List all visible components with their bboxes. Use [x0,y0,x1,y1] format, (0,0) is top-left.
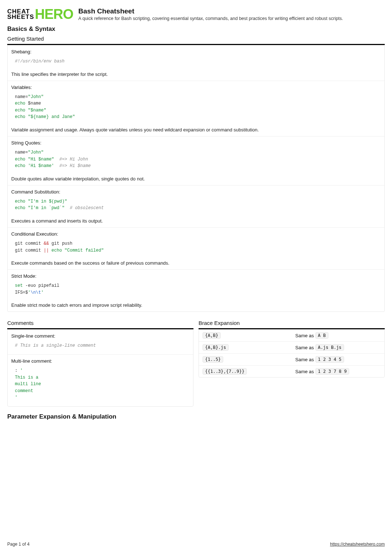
card-description: This line specifies the interpreter for … [11,72,381,77]
card-conditional-execution: Conditional Execution: git commit && git… [8,228,384,270]
card-single-comment: Single-line comment: # This is a single-… [8,330,193,355]
table-row: {1..5} Same as 1 2 3 4 5 [199,354,384,366]
card-label: Variables: [11,85,381,90]
cell-expr: {A,B}.js [199,342,292,353]
page-footer: Page 1 of 4 https://cheatsheetshero.com [7,542,385,547]
card-description: Execute commands based on the success or… [11,260,381,266]
cell-expr: {{1..3},{7..9}} [199,366,292,377]
brace-expansion-column: Brace Expansion {A,B} Same as A B {A,B}.… [199,317,385,407]
comments-group: Single-line comment: # This is a single-… [7,329,193,407]
page-title: Bash Cheatsheet [78,7,343,15]
code-block: name="John" echo "Hi $name" #=> Hi John … [11,148,381,171]
page-number: Page 1 of 4 [7,542,29,547]
card-string-quotes: String Quotes: name="John" echo "Hi $nam… [8,137,384,186]
card-description: Executes a command and inserts its outpu… [11,218,381,224]
cell-result: Same as 1 2 3 4 5 [292,354,385,365]
getting-started-group: Shebang: #!/usr/bin/env bash This line s… [7,45,385,312]
card-multi-comment: Multi-line comment: : ' This is a multi … [8,355,193,406]
card-label: Strict Mode: [11,273,381,279]
subsection-getting-started: Getting Started [7,36,385,42]
cell-expr: {A,B} [199,330,292,341]
logo-brand: HERO [35,8,73,20]
card-label: Single-line comment: [11,333,189,339]
card-shebang: Shebang: #!/usr/bin/env bash This line s… [8,45,384,81]
code-block: git commit && git push git commit || ech… [11,239,381,255]
section-heading-basics: Basics & Syntax [7,25,385,33]
card-label: Conditional Execution: [11,231,381,237]
logo: CHEAT SHEETS HERO [7,8,73,20]
card-description: Enable strict mode to catch errors and i… [11,302,381,308]
card-strict-mode: Strict Mode: set -euo pipefail IFS=$'\n\… [8,270,384,311]
two-column-layout: Comments Single-line comment: # This is … [7,317,385,407]
cell-expr: {1..5} [199,354,292,365]
subsection-comments: Comments [7,320,193,326]
code-block: echo "I'm in $(pwd)" echo "I'm in `pwd`"… [11,197,381,213]
code-block: # This is a single-line comment [11,341,189,351]
subsection-brace-expansion: Brace Expansion [199,320,385,326]
footer-link[interactable]: https://cheatsheetshero.com [330,542,385,547]
card-label: Shebang: [11,49,381,54]
card-label: String Quotes: [11,140,381,146]
code-block: : ' This is a multi line comment ' [11,366,189,403]
card-description: Variable assignment and usage. Always qu… [11,127,381,133]
code-block: #!/usr/bin/env bash [11,57,381,66]
document-header: CHEAT SHEETS HERO Bash Cheatsheet A quic… [7,7,385,21]
code-block: name="John" echo $name echo "$name" echo… [11,92,381,122]
section-heading-parameter-expansion: Parameter Expansion & Manipulation [7,413,385,420]
card-description: Double quotes allow variable interpolati… [11,176,381,182]
page-subtitle: A quick reference for Bash scripting, co… [78,16,343,21]
code-block: set -euo pipefail IFS=$'\n\t' [11,281,381,297]
card-command-substitution: Command Substitution: echo "I'm in $(pwd… [8,186,384,228]
cell-result: Same as A B [292,330,385,341]
table-row: {{1..3},{7..9}} Same as 1 2 3 7 8 9 [199,366,384,377]
cell-result: Same as 1 2 3 7 8 9 [292,366,385,377]
table-row: {A,B}.js Same as A.js B.js [199,342,384,354]
brace-expansion-table: {A,B} Same as A B {A,B}.js Same as A.js … [199,329,385,378]
comments-column: Comments Single-line comment: # This is … [7,317,193,407]
card-variables: Variables: name="John" echo $name echo "… [8,81,384,137]
card-label: Multi-line comment: [11,358,189,364]
table-row: {A,B} Same as A B [199,330,384,342]
logo-text-2: SHEETS [7,14,34,20]
cell-result: Same as A.js B.js [292,342,385,353]
title-block: Bash Cheatsheet A quick reference for Ba… [78,7,343,21]
card-label: Command Substitution: [11,189,381,195]
